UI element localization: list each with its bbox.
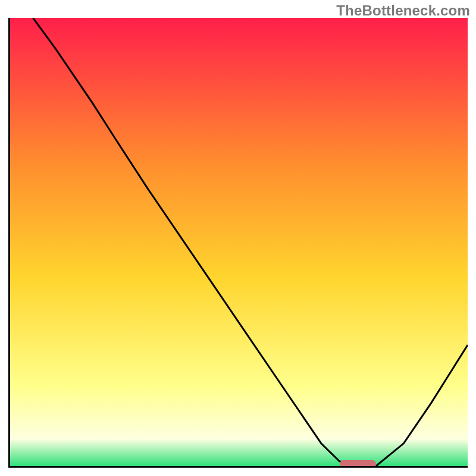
watermark-text: TheBottleneck.com	[336, 2, 470, 19]
curve-layer	[10, 18, 468, 466]
optimum-marker	[340, 460, 377, 468]
chart-frame: TheBottleneck.com	[0, 0, 476, 476]
plot-area	[8, 18, 468, 468]
bottleneck-curve-line	[33, 18, 468, 466]
